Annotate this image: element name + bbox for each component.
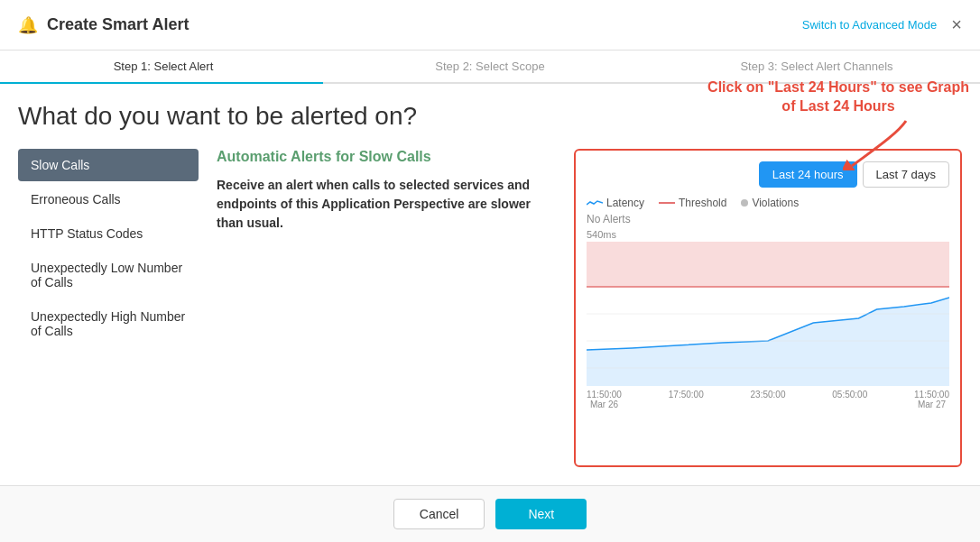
time-buttons: Last 24 hours Last 7 days [587, 161, 949, 188]
x-date-4: Mar 27 [914, 400, 949, 409]
x-label-2: 23:50:00 [751, 390, 786, 409]
x-time-2: 23:50:00 [751, 390, 786, 400]
alert-desc-bold: Receive an alert when calls to selected … [217, 178, 531, 230]
x-time-0: 11:50:00 [587, 390, 622, 400]
violations-dot [741, 199, 748, 207]
x-time-1: 17:50:00 [669, 390, 704, 400]
legend-violations: Violations [741, 197, 799, 209]
chart-legend: Latency Threshold Violations [587, 197, 949, 209]
alert-type-menu: Slow CallsErroneous CallsHTTP Status Cod… [18, 149, 199, 347]
x-time-3: 05:50:00 [832, 390, 867, 400]
sidebar-item-unexpectedly-high[interactable]: Unexpectedly High Number of Calls [18, 300, 199, 347]
x-label-3: 05:50:00 [832, 390, 867, 409]
alert-panel-desc: Receive an alert when calls to selected … [217, 176, 547, 233]
step-3: Step 3: Select Alert Channels [653, 51, 980, 82]
close-button[interactable]: × [951, 14, 962, 35]
legend-latency-label: Latency [606, 197, 644, 209]
legend-latency: Latency [587, 197, 644, 209]
main-content: Slow CallsErroneous CallsHTTP Status Cod… [0, 131, 980, 485]
sidebar-item-http-status-codes[interactable]: HTTP Status Codes [18, 217, 199, 250]
sidebar-item-unexpectedly-low[interactable]: Unexpectedly Low Number of Calls [18, 252, 199, 299]
modal: 🔔 Create Smart Alert Switch to Advanced … [0, 0, 980, 542]
center-panel: Automatic Alerts for Slow Calls Receive … [217, 149, 556, 467]
modal-header: 🔔 Create Smart Alert Switch to Advanced … [0, 0, 980, 51]
bell-icon: 🔔 [18, 15, 38, 35]
last-7-days-button[interactable]: Last 7 days [863, 161, 950, 188]
threshold-zone [587, 242, 949, 287]
alert-panel-title: Automatic Alerts for Slow Calls [217, 149, 547, 165]
legend-threshold: Threshold [659, 197, 726, 209]
x-date-0: Mar 26 [587, 400, 622, 409]
left-panel: Slow CallsErroneous CallsHTTP Status Cod… [18, 149, 199, 467]
modal-title: Create Smart Alert [47, 15, 802, 34]
advanced-mode-link[interactable]: Switch to Advanced Mode [802, 18, 938, 32]
next-button[interactable]: Next [495, 499, 587, 529]
chart-svg [587, 242, 949, 386]
chart-panel: Click on "Last 24 Hours" to see Graphof … [574, 149, 962, 467]
x-label-0: 11:50:00 Mar 26 [587, 390, 622, 409]
legend-threshold-label: Threshold [679, 197, 726, 209]
last-24-hours-button[interactable]: Last 24 hours [759, 161, 857, 188]
x-label-1: 17:50:00 [669, 390, 704, 409]
cancel-button[interactable]: Cancel [393, 499, 485, 529]
chart-area [587, 242, 949, 386]
x-time-4: 11:50:00 [914, 390, 949, 400]
x-axis-labels: 11:50:00 Mar 26 17:50:00 23:50:00 05:50:… [587, 390, 949, 409]
step-2: Step 2: Select Scope [327, 51, 653, 82]
sidebar-item-erroneous-calls[interactable]: Erroneous Calls [18, 183, 199, 216]
page-heading: What do you want to be alerted on? [0, 84, 980, 131]
latency-fill [587, 298, 949, 386]
legend-violations-label: Violations [752, 197, 799, 209]
sidebar-item-slow-calls[interactable]: Slow Calls [18, 149, 199, 181]
step-1: Step 1: Select Alert [0, 51, 327, 82]
threshold-line [659, 202, 675, 204]
steps-bar: Step 1: Select Alert Step 2: Select Scop… [0, 51, 980, 84]
x-label-4: 11:50:00 Mar 27 [914, 390, 949, 409]
no-alerts-label: No Alerts [587, 213, 949, 225]
modal-footer: Cancel Next [0, 485, 980, 542]
y-axis-label: 540ms [587, 229, 949, 240]
